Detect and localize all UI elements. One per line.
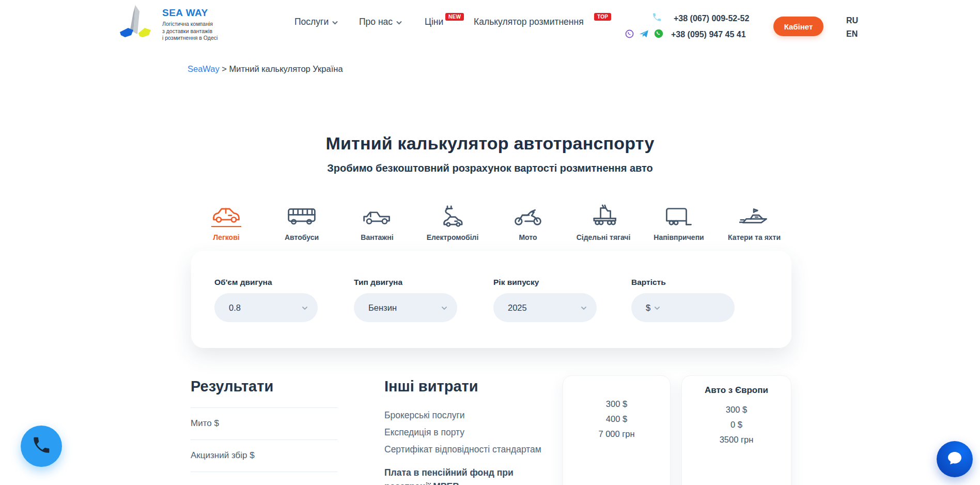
engine-volume-label: Об'єм двигуна [214,278,318,287]
calculator-form-card: Об'єм двигуна 0.8 Тип двигуна Бензин Рік… [191,251,791,348]
motorcycle-icon [513,203,543,227]
chat-bubble-icon [945,449,964,469]
results-section: Результати Мито $ Акцизний збір $ [191,378,337,472]
bus-icon [287,203,317,227]
whatsapp-icon[interactable] [654,29,663,40]
price-value: 3500 грн [682,432,791,447]
lang-ru[interactable]: RU [846,14,858,27]
breadcrumb: SeaWay > Митний калькулятор Україна [188,64,343,74]
engine-volume-field: Об'єм двигуна 0.8 [214,278,318,322]
truck-icon [362,203,392,227]
cost-label: Вартість [631,278,735,287]
nav-item-prices[interactable]: Ціни [425,17,443,27]
messenger-icons [625,29,663,40]
nav-item-about[interactable]: Про нас [359,17,402,27]
call-button[interactable] [21,426,62,467]
lang-en[interactable]: EN [846,27,858,41]
year-select[interactable]: 2025 [493,293,597,322]
page-subtitle: Зробимо безкоштовний розрахунок вартості… [0,162,980,174]
nav-item-services[interactable]: Послуги [294,17,338,27]
pension-fund-item: Плата в пенсійний фонд при реєстрації МР… [384,466,545,485]
language-switcher: RU EN [846,14,858,41]
phone-row-2: +38 (095) 947 45 41 [625,29,746,40]
tab-cars[interactable]: Легкові [189,203,264,241]
tab-semi-trailers[interactable]: Напівпричепи [641,203,717,241]
semi-truck-icon [588,203,618,227]
engine-volume-select[interactable]: 0.8 [214,293,318,322]
logo-title: SEA WAY [162,7,217,19]
results-title: Результати [191,378,337,395]
page: SEA WAY Логістична компанія з доставки в… [0,0,980,485]
breadcrumb-home-link[interactable]: SeaWay [188,64,220,73]
vehicle-type-tabs: Легкові Автобуси Вантажні [189,203,793,241]
engine-type-label: Тип двигуна [354,278,457,287]
engine-type-field: Тип двигуна Бензин [354,278,457,322]
divider [191,472,337,472]
result-row-excise: Акцизний збір $ [191,440,337,472]
price-value: 7 000 грн [563,427,670,442]
header: SEA WAY Логістична компанія з доставки в… [0,0,980,48]
seaway-sail-icon [118,3,155,46]
top-badge: TOP [594,13,611,21]
price-value: 0 $ [682,417,791,432]
telegram-icon[interactable] [639,29,649,40]
yacht-icon [739,203,769,227]
logo[interactable]: SEA WAY Логістична компанія з доставки в… [118,3,217,46]
trailer-icon [664,203,694,227]
page-title: Митний калькулятор автотранспорту [0,133,980,154]
cabinet-button[interactable]: Кабінет [773,17,823,36]
tab-trucks[interactable]: Вантажні [339,203,415,241]
car-icon [211,203,241,227]
phone-number-1[interactable]: +38 (067) 009-52-52 [674,14,749,23]
logo-tagline: Логістична компанія з доставки вантажів … [162,21,217,42]
price-value: 400 $ [563,412,670,427]
phone-handset-icon [32,435,51,457]
electric-car-icon [438,203,468,227]
new-badge: NEW [445,13,464,21]
other-cost-item: Брокерські послуги [384,410,545,421]
viber-icon[interactable] [625,29,634,40]
chevron-down-icon [332,17,338,27]
chat-widget-button[interactable] [937,441,973,477]
phone-number-2[interactable]: +38 (095) 947 45 41 [671,30,746,39]
cost-input-group: $ [631,293,735,322]
other-costs-title: Інші витрати [384,378,545,395]
currency-select[interactable]: $ [646,303,650,313]
price-card-title: Авто з Європи [682,385,791,396]
chevron-down-icon[interactable] [655,303,660,312]
engine-type-select[interactable]: Бензин [354,293,457,322]
other-cost-item: Експедиція в порту [384,427,545,438]
tab-electric-cars[interactable]: Електромобілі [415,203,490,241]
tab-boats-yachts[interactable]: Катери та яхти [717,203,792,241]
chevron-down-icon [442,303,447,312]
price-card-europe: Авто з Європи 300 $ 0 $ 3500 грн [681,375,791,485]
result-row-duty: Мито $ [191,408,337,439]
price-value: 300 $ [682,402,791,417]
cost-field: Вартість $ [631,278,735,322]
tab-semi-trucks[interactable]: Сідельні тягачі [566,203,641,241]
chevron-down-icon [302,303,307,312]
breadcrumb-separator: > [222,64,229,73]
year-field: Рік випуску 2025 [493,278,597,322]
other-cost-item: Сертифікат відповідності стандартам [384,444,545,455]
other-costs-section: Інші витрати Брокерські послуги Експедиц… [384,378,545,485]
price-card-1: 300 $ 400 $ 7 000 грн [563,375,671,485]
phone-icon [652,12,662,24]
tab-buses[interactable]: Автобуси [264,203,339,241]
price-value: 300 $ [563,397,670,412]
nav-item-calculator[interactable]: Калькулятор розмитнення [474,17,584,27]
cost-input[interactable] [660,303,724,313]
phone-row-1: +38 (067) 009-52-52 [652,12,749,24]
breadcrumb-current: Митний калькулятор Україна [229,64,343,73]
chevron-down-icon [396,17,402,27]
chevron-down-icon [581,303,586,312]
tab-moto[interactable]: Мото [490,203,566,241]
year-label: Рік випуску [493,278,597,287]
